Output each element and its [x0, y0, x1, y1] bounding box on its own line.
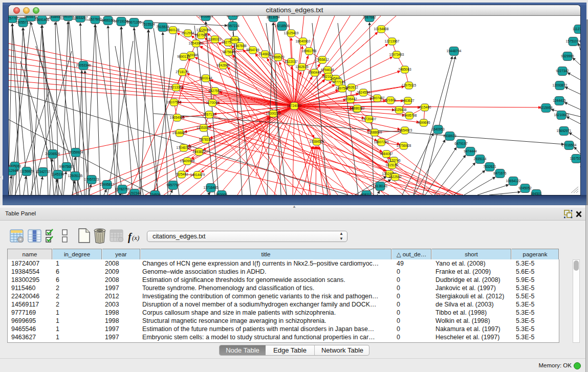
svg-text:2718176: 2718176 — [176, 70, 189, 74]
svg-text:9699695: 9699695 — [417, 121, 430, 124]
svg-text:9242848: 9242848 — [216, 63, 230, 67]
svg-text:2036442: 2036442 — [344, 97, 357, 101]
svg-text:7632621: 7632621 — [483, 165, 496, 168]
svg-text:18724007: 18724007 — [287, 104, 302, 107]
svg-text:17957223: 17957223 — [84, 178, 99, 181]
svg-text:9457791: 9457791 — [166, 183, 180, 187]
svg-text:13716485: 13716485 — [204, 186, 219, 189]
svg-text:1244415: 1244415 — [553, 99, 566, 102]
svg-text:8322037: 8322037 — [285, 60, 298, 63]
svg-text:2087682: 2087682 — [363, 16, 376, 19]
svg-text:8990444: 8990444 — [308, 71, 321, 74]
svg-text:1145194: 1145194 — [52, 172, 64, 176]
svg-text:18300215: 18300215 — [266, 112, 281, 115]
svg-text:12975115: 12975115 — [402, 83, 417, 87]
svg-text:8186323: 8186323 — [208, 37, 222, 41]
svg-text:2522542: 2522542 — [388, 175, 402, 179]
svg-text:1572302: 1572302 — [226, 16, 239, 17]
svg-text:12213967: 12213967 — [385, 39, 400, 43]
svg-text:10653267: 10653267 — [73, 16, 88, 19]
svg-text:11353594: 11353594 — [197, 126, 211, 129]
svg-text:16886322: 16886322 — [350, 106, 365, 110]
svg-text:5878334: 5878334 — [199, 138, 212, 141]
svg-text:12093872: 12093872 — [553, 83, 568, 87]
svg-text:12342737: 12342737 — [36, 170, 51, 173]
svg-text:3912944: 3912944 — [9, 169, 18, 172]
svg-text:1588520: 1588520 — [271, 55, 285, 59]
svg-text:17016504: 17016504 — [562, 143, 577, 147]
svg-text:2367608: 2367608 — [233, 44, 247, 48]
svg-text:19654985: 19654985 — [170, 116, 185, 119]
svg-text:20206526: 20206526 — [46, 152, 60, 156]
svg-text:1362635: 1362635 — [295, 65, 309, 69]
svg-text:12505135: 12505135 — [68, 174, 83, 178]
svg-text:2603144: 2603144 — [199, 76, 212, 80]
svg-text:14914479: 14914479 — [190, 173, 205, 177]
svg-text:9474444: 9474444 — [464, 149, 477, 153]
svg-text:9115460: 9115460 — [419, 105, 431, 109]
svg-text:7625402: 7625402 — [175, 172, 188, 176]
svg-text:10025438: 10025438 — [392, 108, 407, 112]
svg-text:1640953: 1640953 — [431, 127, 445, 131]
svg-text:16107553: 16107553 — [167, 100, 182, 104]
svg-text:7515524: 7515524 — [142, 23, 155, 26]
svg-text:10688609: 10688609 — [367, 130, 382, 134]
svg-text:9329966: 9329966 — [561, 54, 574, 58]
svg-text:99975687: 99975687 — [59, 165, 74, 168]
svg-text:(x): (x) — [132, 234, 139, 242]
svg-text:1292344: 1292344 — [128, 191, 141, 195]
svg-text:10973493: 10973493 — [389, 53, 404, 56]
svg-text:17359924: 17359924 — [69, 150, 83, 154]
svg-text:10995817: 10995817 — [100, 183, 115, 186]
svg-text:9245052: 9245052 — [518, 186, 532, 190]
svg-text:17046765: 17046765 — [177, 146, 191, 149]
svg-text:10154808: 10154808 — [374, 27, 389, 31]
svg-text:6466160: 6466160 — [101, 18, 115, 22]
svg-text:2257761: 2257761 — [9, 16, 19, 20]
svg-text:19384554: 19384554 — [310, 140, 324, 143]
svg-text:16782759: 16782759 — [115, 187, 130, 191]
svg-text:16033809: 16033809 — [199, 16, 213, 18]
svg-text:2935114: 2935114 — [474, 157, 487, 161]
svg-text:9777169: 9777169 — [332, 80, 345, 84]
svg-text:7462612: 7462612 — [345, 85, 358, 89]
svg-text:3912954: 3912954 — [181, 31, 194, 35]
svg-text:621603: 621603 — [385, 98, 396, 102]
svg-text:19166827: 19166827 — [172, 131, 187, 135]
svg-text:10654122: 10654122 — [506, 179, 521, 183]
svg-text:8813054: 8813054 — [267, 16, 280, 19]
svg-text:9227342: 9227342 — [556, 69, 569, 73]
svg-text:12213369: 12213369 — [169, 85, 184, 89]
svg-text:10807487: 10807487 — [370, 96, 385, 100]
svg-text:952005: 952005 — [216, 193, 227, 195]
svg-text:9084067: 9084067 — [380, 152, 393, 156]
svg-text:20053346: 20053346 — [76, 63, 91, 67]
svg-text:1112753: 1112753 — [573, 27, 580, 31]
svg-text:9463627: 9463627 — [401, 99, 415, 102]
svg-text:18807249: 18807249 — [374, 140, 389, 144]
svg-text:774529: 774529 — [149, 193, 161, 195]
svg-text:15692971: 15692971 — [557, 129, 572, 133]
svg-text:3215958: 3215958 — [539, 106, 553, 110]
svg-text:11156829: 11156829 — [19, 169, 34, 173]
svg-text:13756928: 13756928 — [397, 144, 411, 147]
svg-text:9327505: 9327505 — [194, 33, 208, 37]
svg-text:19218506: 19218506 — [275, 24, 290, 28]
svg-text:3624554: 3624554 — [357, 91, 370, 94]
svg-text:15720407: 15720407 — [362, 117, 377, 121]
svg-text:8427552: 8427552 — [208, 89, 222, 93]
svg-text:808112: 808112 — [361, 193, 372, 195]
svg-text:3170046: 3170046 — [206, 101, 219, 104]
svg-text:6479197: 6479197 — [454, 142, 468, 145]
svg-text:13495798: 13495798 — [402, 114, 417, 117]
svg-text:8938923: 8938923 — [443, 134, 456, 138]
svg-text:6794028: 6794028 — [321, 68, 334, 72]
svg-text:1167534: 1167534 — [570, 157, 580, 160]
svg-text:9146821: 9146821 — [258, 52, 272, 56]
svg-text:8454749: 8454749 — [246, 48, 259, 52]
svg-text:13226058: 13226058 — [197, 28, 211, 32]
svg-text:16210643: 16210643 — [554, 113, 569, 117]
svg-text:3875685: 3875685 — [222, 50, 235, 54]
svg-text:20691406: 20691406 — [35, 18, 50, 21]
svg-text:15751074: 15751074 — [566, 39, 580, 43]
